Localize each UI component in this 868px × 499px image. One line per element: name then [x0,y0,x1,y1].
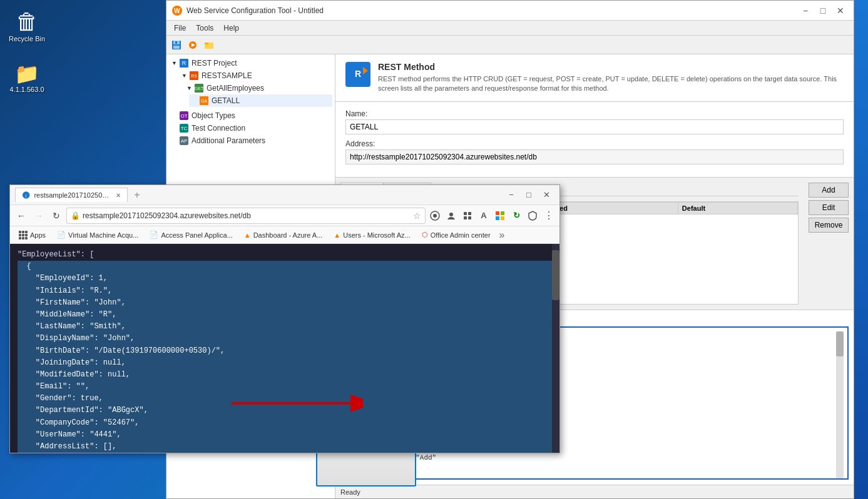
svg-text:TC: TC [181,126,188,131]
browser-toolbar: ← → ↻ 🔒 ☆ [10,205,559,226]
bookmark-access-panel[interactable]: 📄 Access Panel Applica... [145,229,237,240]
browser-profile-icon[interactable] [444,209,458,223]
svg-point-31 [449,213,453,216]
tree-item-rest-project[interactable]: ▼ R REST Project [169,57,332,69]
address-label: Address: [345,139,844,148]
rest-method-desc: REST method performs the HTTP CRUD (GET … [378,74,844,94]
rest-method-header-icon: R [345,62,370,87]
remove-button[interactable]: Remove [809,218,849,233]
status-text: Ready [340,488,360,496]
address-bar-input[interactable] [83,211,411,220]
address-row: Address: [345,139,844,164]
tree-item-getallemployees[interactable]: ▼ GET GetAllEmployees [184,82,332,94]
browser-close-button[interactable]: ✕ [538,189,554,201]
add-button[interactable]: Add [809,183,849,198]
browser-scrollbar[interactable] [552,244,559,453]
browser-scrollbar-thumb[interactable] [552,250,559,300]
more-bookmarks-button[interactable]: » [497,229,508,241]
file-icon[interactable]: 📁 4.1.1.563.0 [5,59,49,96]
back-button[interactable]: ← [14,208,29,223]
save-icon [171,40,181,50]
rest-method-title: REST Method [378,62,844,72]
browser-grid-icon[interactable] [461,209,474,223]
refresh-button[interactable]: ↻ [49,208,64,223]
browser-refresh-ext-icon[interactable]: ↻ [509,209,523,223]
object-types-icon: OT [179,111,189,121]
tree-item-test-connection[interactable]: TC Test Connection [169,122,332,134]
tree-item-additional-params[interactable]: AP Additional Parameters [169,134,332,147]
svg-text:GA: GA [201,99,207,103]
forward-button[interactable]: → [31,208,46,223]
svg-text:GET: GET [195,86,204,91]
tree-label-getall: GETALL [212,96,240,105]
browser-letter-icon[interactable]: A [477,209,491,223]
app-icon: W [171,5,183,16]
bookmark-office-icon: ⬡ [422,231,428,239]
menu-file[interactable]: File [169,23,191,34]
toolbar-save[interactable] [169,38,184,53]
bookmark-users[interactable]: ▲ Users - Microsoft Az... [329,230,415,240]
browser-shield-icon[interactable] [526,209,539,223]
tree-item-object-types[interactable]: OT Object Types [169,109,332,122]
recycle-bin-icon[interactable]: 🗑 Recycle Bin [5,6,49,45]
maximize-button[interactable]: □ [815,4,831,17]
svg-text:AP: AP [181,138,188,144]
svg-rect-39 [501,216,504,220]
tree-item-restsample[interactable]: ▼ RS RESTSAMPLE [179,69,332,82]
project-tree-icon: R [179,58,189,68]
apps-grid-icon [19,231,28,239]
tree-item-getall[interactable]: GA GETALL [189,94,332,107]
browser-minimize-button[interactable]: − [503,189,519,201]
close-button[interactable]: ✕ [832,4,849,17]
bookmark-star-icon[interactable]: ☆ [413,211,421,221]
menu-help[interactable]: Help [218,23,244,34]
browser-extra-icons: A ↻ ⋮ [428,209,556,223]
svg-rect-9 [205,43,208,44]
tab-close-button[interactable]: ✕ [116,192,121,199]
bookmark-access-label: Access Panel Applica... [161,231,232,239]
browser-windows-icon[interactable] [493,209,507,223]
new-tab-button[interactable]: + [128,189,146,201]
svg-rect-5 [175,41,177,44]
bookmark-dashboard[interactable]: ▲ Dashboard - Azure A... [239,230,328,240]
svg-rect-34 [464,216,467,219]
browser-menu-icon[interactable]: ⋮ [542,209,556,223]
browser-extensions-icon[interactable] [428,209,442,223]
test-connection-icon: TC [179,123,189,133]
toolbar-build[interactable] [185,38,200,53]
tab-favicon: i [22,191,30,199]
name-input[interactable] [345,119,844,134]
minimize-button[interactable]: − [797,4,814,17]
svg-rect-4 [173,46,180,49]
svg-text:W: W [174,8,180,14]
tree-label-object-types: Object Types [191,111,235,120]
bookmark-vm-label: Virtual Machine Acqu... [68,231,138,239]
bookmark-apps[interactable]: Apps [14,229,51,241]
recycle-bin-label: Recycle Bin [9,35,45,43]
window-controls: − □ ✕ [797,4,849,17]
col-default: Default [678,202,797,214]
svg-rect-36 [496,211,499,215]
svg-rect-35 [468,216,471,219]
browser-window-controls: − □ ✕ [503,189,554,201]
bookmark-office-admin[interactable]: ⬡ Office Admin center [417,229,496,240]
address-input [345,149,844,164]
svg-text:R: R [182,60,186,66]
svg-text:RS: RS [191,74,197,78]
status-bar: Ready [335,485,854,498]
bookmark-users-icon: ▲ [334,231,340,239]
bookmark-vm-acqu[interactable]: 📄 Virtual Machine Acqu... [52,229,143,240]
bookmarks-bar: Apps 📄 Virtual Machine Acqu... 📄 Access … [10,226,559,244]
toolbar-open[interactable] [202,38,217,53]
sample-response-scrollbar[interactable] [836,331,844,480]
browser-tab-active[interactable]: i restsample20171025092... ✕ [15,188,128,202]
name-row: Name: [345,109,844,134]
svg-rect-33 [468,212,471,215]
bookmark-vm-icon: 📄 [57,231,66,239]
main-window-titlebar: W Web Service Configuration Tool - Untit… [166,1,854,21]
edit-button[interactable]: Edit [809,200,849,215]
browser-maximize-button[interactable]: □ [521,189,537,201]
apps-label: Apps [30,231,46,239]
toolbar [166,36,854,54]
menu-tools[interactable]: Tools [191,23,218,34]
